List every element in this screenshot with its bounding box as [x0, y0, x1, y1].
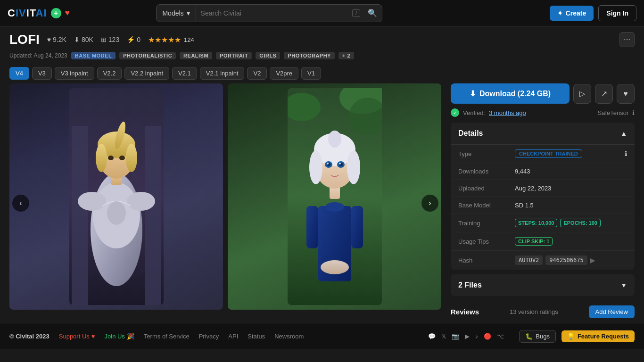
tab-v2pre[interactable]: V2pre: [270, 67, 298, 80]
download-icon: ⬇: [470, 89, 476, 98]
chevron-down-icon: ▾: [187, 9, 190, 17]
search-input[interactable]: [196, 9, 353, 17]
create-button[interactable]: ✦ Create: [550, 6, 594, 21]
tag-girls[interactable]: GIRLS: [256, 52, 280, 59]
heart-icon: ♥: [47, 36, 51, 43]
play-button[interactable]: ▷: [573, 84, 591, 104]
svg-rect-23: [351, 206, 363, 248]
svg-point-21: [325, 202, 344, 212]
save-button[interactable]: ♥: [617, 84, 635, 104]
type-info-icon: ℹ: [625, 150, 627, 157]
tab-v21[interactable]: V2.1: [172, 67, 197, 80]
steps-badge: STEPS: 10,000: [515, 219, 557, 227]
search-area: Models ▾ / 🔍: [156, 4, 382, 22]
tag-portrait[interactable]: PORTRAIT: [216, 52, 252, 59]
footer-social: 💬 𝕏 📷 ▶ ♪ 🔴 ⌥: [428, 333, 504, 340]
discord-icon[interactable]: 💬: [428, 333, 436, 340]
verified-time-link[interactable]: 3 months ago: [489, 109, 526, 116]
logo-heart-icon[interactable]: ♥: [65, 8, 70, 18]
svg-point-5: [78, 192, 106, 211]
tab-v3-inpaint[interactable]: V3 inpaint: [55, 67, 94, 80]
armor-figure-svg: [69, 88, 164, 305]
tab-v2[interactable]: V2: [247, 67, 267, 80]
logo-plus-button[interactable]: +: [51, 8, 61, 18]
search-category-dropdown[interactable]: Models ▾: [157, 5, 196, 22]
tab-v21-inpaint[interactable]: V2.1 inpaint: [200, 67, 245, 80]
detail-hash: Hash AUTOV2 9462506675 ▶: [451, 251, 635, 270]
api-link[interactable]: API: [228, 333, 238, 340]
feature-requests-button[interactable]: 💡 Feature Requests: [561, 330, 635, 342]
files-panel-header[interactable]: 2 Files ▼: [451, 274, 635, 296]
search-category-label: Models: [162, 9, 183, 17]
bug-icon: 🐛: [525, 333, 533, 340]
add-review-button[interactable]: Add Review: [589, 305, 635, 318]
verified-label: Verified:: [463, 109, 485, 116]
reddit-icon[interactable]: 🔴: [484, 333, 491, 340]
details-panel-header[interactable]: Details ▲: [451, 123, 635, 145]
hash-copy-icon[interactable]: ▶: [590, 256, 595, 264]
party-icon: 🎉: [127, 333, 134, 340]
twitter-icon[interactable]: 𝕏: [441, 333, 446, 340]
clip-skip-badge: CLIP SKIP: 1: [515, 237, 553, 246]
svg-point-24: [321, 260, 349, 274]
bugs-button[interactable]: 🐛 Bugs: [519, 330, 556, 343]
reviews-count: 13 version ratings: [510, 308, 558, 315]
blue-top-image: [228, 83, 441, 310]
model-title: LOFI: [9, 32, 40, 47]
github-icon[interactable]: ⌥: [497, 333, 504, 340]
tag-base-model[interactable]: BASE MODEL: [71, 52, 116, 59]
reviews-label: Reviews: [451, 308, 479, 316]
tiktok-icon[interactable]: ♪: [475, 333, 479, 340]
tab-v4[interactable]: V4: [9, 67, 29, 80]
hash-value-row: AUTOV2 9462506675 ▶: [515, 255, 595, 265]
updated-label: Updated: Aug 24, 2023: [9, 52, 67, 59]
expand-icon: ▼: [620, 281, 627, 289]
join-us-link[interactable]: Join Us 🎉: [105, 333, 134, 340]
collapse-icon: ▲: [620, 130, 627, 137]
detail-usage: Usage Tips CLIP SKIP: 1: [451, 232, 635, 251]
tab-v3[interactable]: V3: [32, 67, 52, 80]
gallery-prev-button[interactable]: ‹: [12, 195, 29, 212]
svg-point-15: [107, 201, 126, 225]
detail-downloads: Downloads 9,443: [451, 163, 635, 180]
tab-v22-inpaint[interactable]: V2.2 inpaint: [124, 67, 169, 80]
epochs-badge: EPOCHS: 100: [560, 219, 601, 227]
tab-v22[interactable]: V2.2: [97, 67, 122, 80]
search-button[interactable]: 🔍: [363, 8, 382, 17]
lightbulb-icon: 💡: [567, 333, 575, 340]
version-tabs: V4 V3 V3 inpaint V2.2 V2.2 inpaint V2.1 …: [0, 63, 644, 83]
svg-rect-2: [145, 126, 161, 305]
support-us-link[interactable]: Support Us ♥: [59, 333, 95, 340]
terms-link[interactable]: Terms of Service: [144, 333, 190, 340]
svg-point-35: [327, 163, 329, 165]
buzz-stat: ⚡ 0: [127, 36, 140, 43]
info-icon: ℹ: [632, 109, 635, 116]
blue-top-figure-svg: [288, 88, 382, 305]
svg-point-10: [96, 144, 107, 172]
detail-uploaded: Uploaded Aug 22, 2023: [451, 180, 635, 197]
tag-more[interactable]: + 2: [339, 52, 354, 59]
privacy-link[interactable]: Privacy: [199, 333, 219, 340]
gallery-next-button[interactable]: ›: [421, 195, 438, 212]
wand-icon: ✦: [557, 9, 563, 17]
details-panel: Details ▲ Type CHECKPOINT TRAINED ℹ Down…: [451, 123, 635, 270]
instagram-icon[interactable]: 📷: [452, 333, 459, 340]
tab-v1[interactable]: V1: [301, 67, 321, 80]
files-panel: 2 Files ▼: [451, 274, 635, 296]
svg-point-13: [108, 156, 114, 160]
download-row: ⬇ Download (2.24 GB) ▷ ↗ ♥: [451, 83, 635, 104]
files-title: 2 Files: [458, 281, 482, 289]
tag-realism[interactable]: REALISM: [180, 52, 212, 59]
header-right: ✦ Create Sign In: [550, 5, 636, 21]
signin-button[interactable]: Sign In: [598, 5, 636, 21]
status-link[interactable]: Status: [248, 333, 265, 340]
youtube-icon[interactable]: ▶: [465, 333, 470, 340]
download-button[interactable]: ⬇ Download (2.24 GB): [451, 83, 570, 104]
tag-photorealistic[interactable]: PHOTOREALISTIC: [119, 52, 176, 59]
svg-point-29: [347, 150, 360, 184]
share-button[interactable]: ↗: [595, 84, 613, 104]
svg-point-30: [328, 131, 341, 148]
newsroom-link[interactable]: Newsroom: [274, 333, 304, 340]
tag-photography[interactable]: PHOTOGRAPHY: [284, 52, 334, 59]
more-options-button[interactable]: ⋯: [619, 32, 635, 47]
